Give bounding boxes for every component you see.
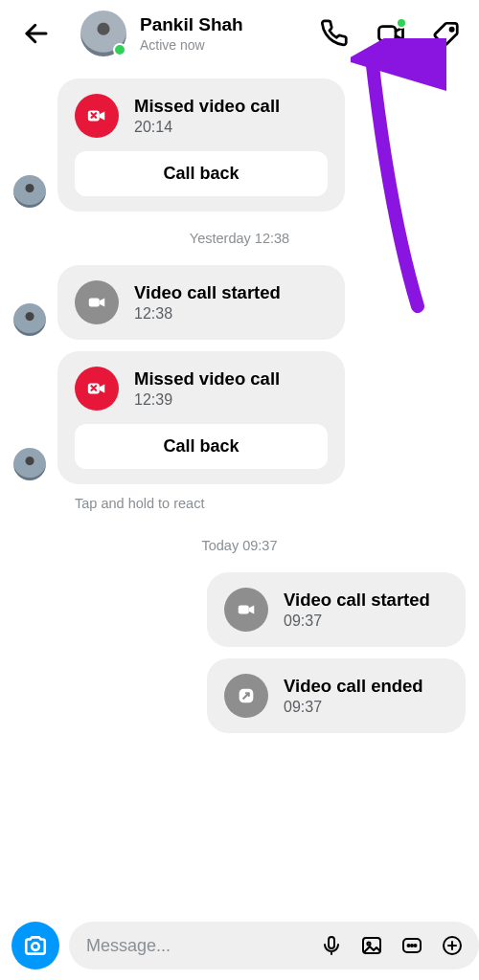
call-bubble[interactable]: Video call ended 09:37 <box>207 658 466 733</box>
back-arrow-icon[interactable] <box>21 18 52 49</box>
message-row-incoming: Video call started 12:38 <box>0 259 479 345</box>
svg-rect-1 <box>379 27 397 41</box>
message-input[interactable] <box>86 936 308 956</box>
call-time: 12:38 <box>134 305 281 323</box>
message-input-pill <box>69 922 479 969</box>
call-back-button[interactable]: Call back <box>75 424 328 469</box>
message-row-incoming: Missed video call 12:39 Call back <box>0 345 479 490</box>
contact-name-block[interactable]: Pankil Shah Active now <box>140 14 255 53</box>
call-title: Missed video call <box>134 368 280 390</box>
missed-video-call-icon <box>75 94 119 138</box>
svg-point-13 <box>408 945 410 947</box>
call-time: 09:37 <box>284 699 423 716</box>
timestamp-separator: Yesterday 12:38 <box>0 217 479 259</box>
call-title: Video call started <box>284 590 430 611</box>
chat-header: Pankil Shah Active now <box>0 0 479 67</box>
mic-icon[interactable] <box>314 934 349 957</box>
add-icon[interactable] <box>435 934 469 957</box>
camera-button[interactable] <box>11 922 59 969</box>
call-bubble[interactable]: Video call started 12:38 <box>57 265 345 340</box>
call-title: Missed video call <box>134 96 280 117</box>
call-time: 09:37 <box>284 612 430 630</box>
call-time: 12:39 <box>134 391 280 409</box>
missed-video-call-icon <box>75 367 119 411</box>
call-time: 20:14 <box>134 119 280 136</box>
svg-rect-4 <box>89 298 100 306</box>
svg-point-2 <box>450 28 453 31</box>
chat-scroll-area[interactable]: Missed video call 20:14 Call back Yester… <box>0 67 479 917</box>
contact-avatar[interactable] <box>80 11 126 56</box>
composer-bar <box>0 917 479 980</box>
presence-dot-icon <box>396 17 407 29</box>
call-bubble[interactable]: Missed video call 20:14 Call back <box>57 78 345 212</box>
svg-rect-9 <box>329 937 334 948</box>
call-title: Video call ended <box>284 676 423 697</box>
sticker-icon[interactable] <box>395 934 429 957</box>
call-back-button[interactable]: Call back <box>75 151 328 196</box>
audio-call-icon[interactable] <box>320 18 351 49</box>
svg-point-15 <box>415 945 417 947</box>
contact-name: Pankil Shah <box>140 14 255 35</box>
video-call-icon[interactable] <box>376 18 406 49</box>
reaction-hint: Tap and hold to react <box>0 490 479 524</box>
gallery-icon[interactable] <box>354 934 389 957</box>
sender-avatar[interactable] <box>13 448 46 480</box>
message-row-incoming: Missed video call 20:14 Call back <box>0 73 479 217</box>
sender-avatar[interactable] <box>13 303 46 336</box>
call-bubble[interactable]: Video call started 09:37 <box>207 572 466 647</box>
svg-rect-6 <box>239 605 249 613</box>
call-bubble[interactable]: Missed video call 12:39 Call back <box>57 351 345 484</box>
call-ended-icon <box>224 674 268 718</box>
svg-point-14 <box>411 945 413 947</box>
message-row-outgoing: Video call started 09:37 <box>0 567 479 653</box>
video-call-icon <box>224 588 268 632</box>
contact-status: Active now <box>140 37 255 53</box>
sender-avatar[interactable] <box>13 175 46 208</box>
video-call-icon <box>75 280 119 324</box>
svg-point-11 <box>367 942 370 945</box>
tag-icon[interactable] <box>431 18 462 49</box>
svg-point-8 <box>32 943 39 950</box>
message-row-outgoing: Video call ended 09:37 <box>0 653 479 739</box>
timestamp-separator: Today 09:37 <box>0 524 479 567</box>
presence-dot-icon <box>113 43 126 56</box>
call-title: Video call started <box>134 282 281 303</box>
